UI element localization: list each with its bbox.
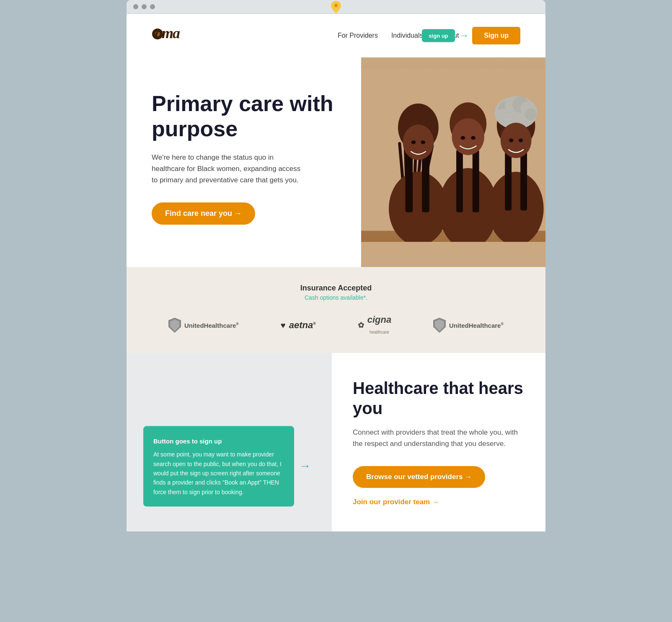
hero-image xyxy=(361,57,545,267)
svg-point-25 xyxy=(471,136,476,140)
nav-link-for-providers[interactable]: For Providers xyxy=(338,32,378,39)
svg-point-0 xyxy=(334,4,338,7)
insurance-section: Insurance Accepted Cash options availabl… xyxy=(127,267,545,353)
lower-section-title: Healthcare that hears you xyxy=(353,378,525,418)
svg-rect-14 xyxy=(406,153,413,213)
nav-annotation-arrow-icon: → xyxy=(460,30,469,41)
page-wrapper: oma For Providers Individuals ▾ About si… xyxy=(127,14,545,531)
hero-subtitle: We're here to change the status quo in h… xyxy=(152,152,302,186)
svg-rect-36 xyxy=(520,151,527,210)
svg-point-23 xyxy=(452,118,484,155)
svg-point-32 xyxy=(525,109,537,120)
browser-chrome-bar xyxy=(127,0,545,14)
annotation-card-title: Button goes to sign up xyxy=(153,436,284,446)
nav-signup-button[interactable]: Sign up xyxy=(472,27,520,44)
hero-content: Primary care with purpose We're here to … xyxy=(127,57,361,267)
hero-title: Primary care with purpose xyxy=(152,91,336,142)
insurance-subtitle: Cash options available*. xyxy=(152,294,520,301)
insurance-logo-cigna: ✿ cignahealthcare xyxy=(358,314,391,336)
nav-signup-annotation: sign up xyxy=(422,29,455,42)
annotation-card-arrow-icon: → xyxy=(299,457,311,476)
svg-point-18 xyxy=(421,140,426,144)
svg-text:oma: oma xyxy=(155,25,180,41)
unitedhealthcare-shield-2-icon xyxy=(433,318,446,333)
browse-providers-button[interactable]: Browse our vetted providers → xyxy=(353,466,485,488)
svg-point-38 xyxy=(509,139,514,143)
svg-rect-21 xyxy=(456,150,463,213)
find-care-cta-button[interactable]: Find care near you → xyxy=(152,202,255,225)
hero-section: Primary care with purpose We're here to … xyxy=(127,57,545,267)
insurance-logos: UnitedHealthcare® ♥ aetna® ✿ cignahealth… xyxy=(152,314,520,336)
nav-signup-annotation-wrapper: sign up → Sign up xyxy=(472,27,520,44)
svg-point-17 xyxy=(411,140,416,144)
logo[interactable]: oma xyxy=(152,22,202,49)
lower-left-panel: Button goes to sign up At some point, yo… xyxy=(127,353,332,531)
browser-dot-red xyxy=(133,4,138,9)
annotation-card-body: At some point, you may want to make prov… xyxy=(153,450,284,497)
insurance-logo-unitedhealthcare-2: UnitedHealthcare® xyxy=(433,318,504,333)
location-pin-icon xyxy=(331,1,341,15)
women-portrait-svg xyxy=(361,57,545,242)
svg-rect-35 xyxy=(505,151,512,210)
hero-portrait xyxy=(361,57,545,242)
insurance-title: Insurance Accepted xyxy=(152,284,520,293)
annotation-card: Button goes to sign up At some point, yo… xyxy=(143,426,294,507)
svg-rect-15 xyxy=(422,153,429,213)
browser-dot-yellow xyxy=(142,4,147,9)
lower-section-text: Connect with providers that treat the wh… xyxy=(353,427,520,449)
nav-links: For Providers Individuals ▾ About sign u… xyxy=(338,27,520,44)
navigation: oma For Providers Individuals ▾ About si… xyxy=(127,14,545,57)
insurance-logo-aetna: ♥ aetna® xyxy=(281,320,316,331)
lower-section: Button goes to sign up At some point, yo… xyxy=(127,353,545,531)
lower-right-panel: Healthcare that hears you Connect with p… xyxy=(332,353,545,531)
svg-point-24 xyxy=(461,136,465,140)
insurance-logo-unitedhealthcare-1: UnitedHealthcare® xyxy=(168,318,239,333)
join-provider-team-link[interactable]: Join our provider team → xyxy=(353,498,439,506)
browser-dot-green xyxy=(150,4,155,9)
svg-point-33 xyxy=(497,109,509,120)
svg-rect-22 xyxy=(473,150,479,213)
unitedhealthcare-shield-icon xyxy=(168,318,181,333)
svg-point-39 xyxy=(519,139,523,143)
